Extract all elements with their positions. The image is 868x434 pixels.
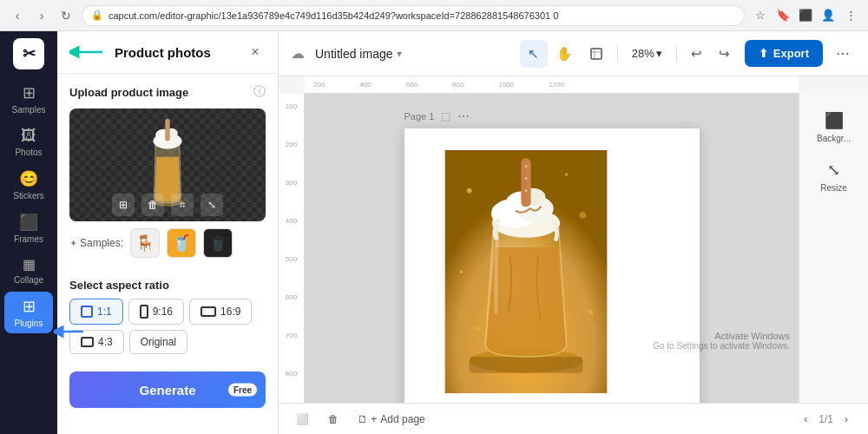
aspect-original-label: Original [141,336,176,348]
samples-label: ✦ Samples: [69,237,123,249]
grid-btn[interactable]: ⊞ [112,194,135,216]
profile-icon[interactable]: 👤 [819,7,837,24]
generate-button[interactable]: Generate Free [69,372,266,408]
select-tool-button[interactable]: ↖ [520,40,548,68]
logo[interactable]: ✂ [13,38,44,69]
sparkle-icon: ✦ [69,238,77,249]
drink-icon: 🥤 [172,233,191,253]
preview-controls: ⊞ 🗑 ⌗ ⤡ [69,194,266,216]
resize-label: Resize [820,183,847,193]
image-preview[interactable]: ⊞ 🗑 ⌗ ⤡ [69,108,266,221]
doc-title-text: Untitled image [315,47,393,61]
panel-header: Product photos × [57,31,278,74]
canvas-page[interactable]: Page 1 ⬚ ⋯ [404,128,700,403]
sidebar-label-collage: Collage [14,275,43,285]
toolbar-right: ⬆ Export ⋯ [745,40,856,67]
delete-page-button[interactable]: 🗑 [323,410,344,429]
aspect-ratio-section: Select aspect ratio 1:1 9:16 16:9 4:3 [57,279,278,365]
add-page-icon: 🗋 + [358,413,377,425]
add-page-label: Add page [380,413,424,425]
redo-button[interactable]: ↪ [712,41,738,67]
page-more-icon[interactable]: ⋯ [457,109,470,123]
toolbar-tools: ↖ ✋ 28% ▾ ↩ ↪ [520,40,738,68]
sample-thumb-chair[interactable]: 🪑 [130,228,160,258]
aspect-9-16-button[interactable]: 9:16 [128,299,184,325]
plugins-icon: ⊞ [23,297,36,316]
sidebar-item-collage[interactable]: ▦ Collage [4,251,53,290]
sidebar-item-samples[interactable]: ⊞ Samples [4,78,53,120]
frame-tool-button[interactable] [582,40,610,68]
panel-close-button[interactable]: × [245,42,266,62]
svg-point-27 [524,177,527,180]
svg-point-14 [459,270,463,273]
delete-btn[interactable]: 🗑 [141,194,164,216]
background-tool[interactable]: ⬛ Backgr... [806,104,862,150]
aspect-1-1-label: 1:1 [97,306,112,318]
aspect-4-3-button[interactable]: 4:3 [69,330,124,354]
horizontal-ruler: 20040060080010001200 [305,76,799,94]
prev-page-button[interactable]: ‹ [796,410,815,429]
aspect-ratio-grid: 1:1 9:16 16:9 4:3 Original [69,299,266,354]
sidebar-item-frames[interactable]: ⬛ Frames [4,207,53,249]
page-resize-icon[interactable]: ⬚ [441,110,450,122]
refresh-button[interactable]: ↻ [57,7,75,24]
svg-point-13 [579,212,585,218]
aspect-original-button[interactable]: Original [129,330,187,354]
next-page-button[interactable]: › [837,410,856,429]
star-icon[interactable]: ☆ [752,7,769,24]
address-bar[interactable]: 🔒 capcut.com/editor-graphic/13e1a936789e… [82,5,745,26]
canvas-milkshake-svg [439,150,613,393]
svg-point-28 [524,189,527,192]
tall-shape-icon [140,305,148,319]
extensions-icon[interactable]: ⬛ [797,7,814,24]
zoom-chevron-icon: ▾ [656,47,662,60]
aspect-16-9-button[interactable]: 16:9 [189,299,252,325]
background-label: Backgr... [817,134,851,143]
sidebar-item-photos[interactable]: 🖼 Photos [4,122,53,162]
hand-tool-button[interactable]: ✋ [551,40,579,68]
browser-icons: ☆ 🔖 ⬛ 👤 ⋮ [752,7,859,24]
crop-btn[interactable]: ⌗ [171,194,194,216]
zoom-control[interactable]: 28% ▾ [625,43,669,63]
export-button[interactable]: ⬆ Export [745,40,823,67]
svg-point-15 [588,310,593,315]
expand-btn[interactable]: ⤡ [201,194,223,216]
toolbar-left: ☁ Untitled image ▾ [291,43,513,64]
browser-bar: ‹ › ↻ 🔒 capcut.com/editor-graphic/13e1a9… [0,0,868,31]
zoom-value: 28% [632,47,654,60]
back-button[interactable]: ‹ [9,7,26,24]
canvas-area: ☁ Untitled image ▾ ↖ ✋ 28% [279,31,868,434]
sidebar: ✂ ⊞ Samples 🖼 Photos 😊 Stickers ⬛ Frames… [0,31,57,434]
sidebar-item-stickers[interactable]: 😊 Stickers [4,164,53,206]
medium-shape-icon [81,337,94,347]
undo-button[interactable]: ↩ [684,41,710,67]
aspect-1-1-button[interactable]: 1:1 [69,299,123,325]
fit-page-button[interactable]: ⬜ [291,410,314,429]
menu-icon[interactable]: ⋮ [842,7,859,24]
export-icon: ⬆ [759,47,768,60]
sidebar-item-plugins[interactable]: ⊞ Plugins [4,292,53,333]
resize-tool[interactable]: ⤡ Resize [806,154,862,200]
info-icon[interactable]: ⓘ [253,84,266,100]
generate-section: Generate Free [57,365,278,420]
collage-icon: ▦ [23,256,36,273]
aspect-4-3-label: 4:3 [98,336,113,348]
page-counter: 1/1 [819,413,833,425]
document-title[interactable]: Untitled image ▾ [310,43,407,64]
generate-label: Generate [139,383,195,398]
forward-button[interactable]: › [33,7,50,24]
sample-thumb-dark[interactable]: 🥤 [203,228,233,258]
sidebar-label-samples: Samples [12,105,46,115]
svg-rect-7 [165,119,170,141]
trash-icon: 🗑 [328,413,339,425]
more-options-button[interactable]: ⋯ [830,41,856,67]
undo-redo: ↩ ↪ [684,41,738,67]
free-badge: Free [228,384,257,397]
export-label: Export [773,47,809,60]
sample-thumb-drink[interactable]: 🥤 [167,228,196,258]
square-shape-icon [81,306,93,318]
canvas-product-image[interactable] [439,150,613,393]
add-page-button[interactable]: 🗋 + Add page [352,410,431,429]
bookmark-icon[interactable]: 🔖 [774,7,792,24]
aspect-16-9-label: 16:9 [220,306,240,318]
